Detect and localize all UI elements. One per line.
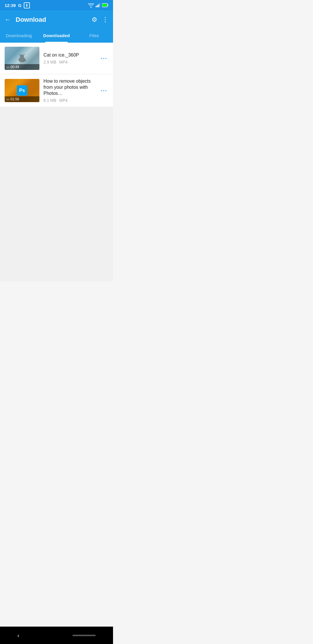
- video-more-button-1[interactable]: ···: [99, 54, 108, 63]
- video-duration-2: 01:56: [10, 97, 19, 101]
- back-button[interactable]: ←: [5, 16, 11, 23]
- tab-bar: Downloading Downloaded Files: [0, 29, 113, 43]
- page-title: Download: [16, 16, 92, 23]
- svg-rect-3: [99, 3, 100, 7]
- svg-rect-2: [98, 4, 99, 7]
- video-title-1: Cat on ice._360P: [43, 52, 95, 58]
- status-right: [88, 3, 108, 8]
- video-thumbnail-1: ▭ 00:49: [5, 47, 39, 70]
- svg-line-12: [26, 60, 26, 61]
- video-more-button-2[interactable]: ···: [99, 86, 108, 95]
- svg-rect-1: [97, 5, 98, 7]
- app-header: ← Download ⚙ ⋮: [0, 10, 113, 29]
- wifi-icon: [88, 3, 94, 8]
- google-icon: G: [18, 3, 21, 8]
- svg-point-8: [20, 55, 24, 59]
- tab-downloaded[interactable]: Downloaded: [38, 29, 75, 42]
- signal-icon: [96, 3, 100, 7]
- status-bar: 12:39 G ⬇: [0, 0, 113, 10]
- video-title-2: How to remove objects from your photos w…: [43, 78, 95, 96]
- content-area: ▭ 00:49 Cat on ice._360P 2.9 MB MP4 ··· …: [0, 43, 113, 281]
- battery-icon: [102, 3, 108, 7]
- status-time: 12:39: [5, 3, 16, 8]
- settings-button[interactable]: ⚙: [92, 16, 97, 23]
- video-info-2: How to remove objects from your photos w…: [43, 78, 95, 103]
- video-meta-2: 8.1 MB MP4: [43, 98, 95, 103]
- video-duration-overlay: ▭ 00:49: [5, 64, 39, 70]
- svg-rect-6: [103, 4, 107, 7]
- video-format-1: MP4: [59, 60, 68, 64]
- empty-content-area: [0, 107, 113, 281]
- svg-rect-0: [96, 6, 97, 7]
- status-left: 12:39 G ⬇: [5, 2, 30, 8]
- tab-downloading[interactable]: Downloading: [0, 29, 38, 42]
- more-options-button[interactable]: ⋮: [102, 16, 108, 23]
- video-duration-overlay-2: ▭ 01:56: [5, 96, 39, 102]
- video-meta-1: 2.9 MB MP4: [43, 60, 95, 64]
- video-info-1: Cat on ice._360P 2.9 MB MP4: [43, 52, 95, 65]
- video-play-icon: ▭: [6, 65, 9, 69]
- svg-rect-5: [108, 5, 108, 6]
- video-thumbnail-2: Ps ▭ 01:56: [5, 79, 39, 102]
- header-actions: ⚙ ⋮: [92, 16, 108, 23]
- ps-logo-image: Ps: [17, 85, 27, 96]
- video-size-2: 8.1 MB: [43, 98, 56, 103]
- list-item[interactable]: ▭ 00:49 Cat on ice._360P 2.9 MB MP4 ···: [0, 43, 113, 74]
- tab-files[interactable]: Files: [75, 29, 113, 42]
- list-item[interactable]: Ps ▭ 01:56 How to remove objects from yo…: [0, 74, 113, 107]
- video-size-1: 2.9 MB: [43, 60, 56, 64]
- video-format-2: MP4: [59, 98, 68, 103]
- video-play-icon-2: ▭: [6, 97, 9, 101]
- cat-silhouette-image: [16, 53, 28, 64]
- video-duration-1: 00:49: [10, 65, 19, 69]
- download-manager-icon: ⬇: [24, 2, 30, 8]
